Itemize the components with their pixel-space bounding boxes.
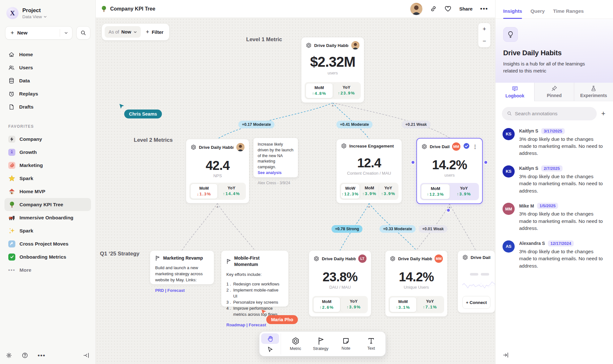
overflow-menu-icon[interactable]: •••: [480, 5, 488, 12]
settings-gear-icon[interactable]: [6, 352, 12, 359]
copy-link-icon[interactable]: [430, 5, 437, 12]
stat-yoy[interactable]: YoY ↑14.4%: [218, 184, 245, 199]
strategy-card-mobile-first-momentum[interactable]: Mobile-First Momentum Key efforts includ…: [221, 250, 289, 307]
project-subtitle[interactable]: Data View: [22, 14, 47, 19]
sidebar-item-replays[interactable]: Replays: [4, 87, 91, 100]
project-switcher[interactable]: X Project Data View: [4, 6, 91, 25]
annotation-item[interactable]: KS Kaitlyn S 3/17/2025 3% drop likely du…: [503, 128, 606, 157]
metric-card-drive-daily-habbits-selected[interactable]: Drive Daily Habb.. MM ⋮ 14.2% users MoM …: [416, 138, 483, 204]
metric-card-drive-daily-habbits-nps[interactable]: Drive Daily Habbits 42.4 NPS MoM ↓1.3% Y…: [186, 139, 249, 203]
annotation-note[interactable]: Increase likely driven by the launch of …: [253, 138, 298, 178]
stat-mom[interactable]: MoM ↑3.9%: [360, 184, 379, 199]
main-area: Company KPI Tree Share •••: [96, 0, 495, 364]
annotation-item[interactable]: KS Kaitlyn S 2/7/2025 3% drop likely due…: [503, 165, 606, 194]
subtab-logbook[interactable]: Logbook: [496, 83, 534, 101]
annotation-search-input[interactable]: [515, 111, 592, 117]
search-button[interactable]: [76, 26, 90, 40]
hand-tool-button[interactable]: [261, 333, 279, 344]
collapse-caret-icon[interactable]: ▲: [367, 205, 371, 208]
favorite-heart-icon[interactable]: [444, 5, 451, 12]
card-title: Increase Engagement: [349, 144, 394, 148]
stat-mom[interactable]: MoM ↑12.3%: [421, 184, 450, 199]
sidebar-item-users[interactable]: Users: [4, 61, 91, 74]
strategy-links[interactable]: PRD | Forecast: [155, 288, 209, 294]
sidebar-item-cross-project-moves[interactable]: Cross Project Moves: [4, 237, 91, 250]
data-icon: [8, 78, 15, 84]
zoom-in-button[interactable]: +: [478, 23, 490, 35]
sidebar-item-growth[interactable]: Growth: [4, 146, 91, 159]
annotation-item[interactable]: MM Mike M 1/5/2025 3% drop likely due to…: [503, 203, 606, 232]
tab-time-ranges[interactable]: Time Ranges: [553, 8, 584, 19]
project-logo-icon: X: [6, 7, 19, 19]
sidebar-item-immersive-onboarding[interactable]: Immersive Onboarding: [4, 211, 91, 224]
stat-mom[interactable]: MoM ↑2.6%: [313, 297, 340, 312]
see-analysis-link[interactable]: See analysis: [258, 170, 294, 176]
selection-handle[interactable]: [412, 161, 414, 164]
annotation-search[interactable]: [502, 107, 597, 120]
metric-card-unique-users[interactable]: Drive Daily Habbits MM 14.2% Unique User…: [385, 250, 448, 317]
selection-handle[interactable]: [447, 209, 450, 212]
kpi-canvas[interactable]: As of Now + Filter + − Level 1 Metric Le…: [96, 18, 495, 364]
sidebar-item-marketing[interactable]: Marketing: [4, 159, 91, 172]
metric-card-dau-mau[interactable]: Drive Daily Habbits LT 23.8% DAU / MAU M…: [309, 250, 371, 317]
tab-insights[interactable]: Insights: [503, 8, 522, 19]
connect-button[interactable]: + Connect: [462, 296, 490, 309]
stat-mom[interactable]: MoM ↓1.3%: [190, 184, 218, 199]
sidebar-item-more[interactable]: ••• More: [4, 263, 91, 277]
collapse-caret-icon[interactable]: ▲: [448, 205, 451, 209]
stat-wow[interactable]: WoW ↑12.3%: [341, 184, 360, 199]
filter-button[interactable]: + Filter: [146, 29, 163, 35]
owner-avatar: MM: [435, 254, 443, 263]
note-tool-button[interactable]: Note: [333, 333, 359, 354]
help-icon[interactable]: [22, 352, 28, 359]
collapse-caret-icon[interactable]: ▲: [216, 205, 219, 208]
stat-mom[interactable]: MoM ↑4.8%: [306, 83, 333, 98]
metric-unit: users: [421, 173, 478, 178]
stat-yoy[interactable]: YoY ↑3.9%: [450, 184, 478, 199]
annotation-item[interactable]: AS Alexandra S 12/17/2024 3% drop likely…: [503, 240, 606, 269]
collapse-panel-icon[interactable]: [503, 352, 509, 360]
metric-card-drive-daily-habbits-l1[interactable]: Drive Daily Habbits $2.32M users MoM ↑4.…: [301, 37, 364, 103]
user-avatar[interactable]: [410, 3, 422, 15]
collaborator-cursor-chris: Chris Seams: [119, 103, 162, 118]
kebab-menu-icon[interactable]: ⋮: [473, 144, 478, 150]
text-tool-button[interactable]: Text: [359, 333, 384, 354]
stat-yoy[interactable]: YoY ↑3.9%: [340, 297, 367, 312]
as-of-dropdown[interactable]: As of Now: [105, 26, 141, 38]
metric-tool-button[interactable]: Metric: [283, 333, 308, 354]
sidebar-item-onboarding-metrics[interactable]: Onboarding Metrics: [4, 250, 91, 263]
add-annotation-button[interactable]: +: [601, 110, 607, 118]
stat-mom[interactable]: MoM ↑3.1%: [390, 297, 417, 312]
sidebar-item-company-kpi-tree[interactable]: Company KPI Tree: [4, 198, 91, 211]
owner-avatar: [351, 41, 359, 49]
sidebar-item-company[interactable]: Company: [4, 133, 91, 146]
subtab-experiments[interactable]: Experiments: [574, 83, 613, 101]
stat-yoy[interactable]: YoY ↑23.9%: [333, 83, 360, 98]
collapse-sidebar-icon[interactable]: [83, 352, 90, 359]
sidebar-item-data[interactable]: Data: [4, 74, 91, 87]
stat-yoy[interactable]: YoY ↑3.9%: [379, 184, 397, 199]
sidebar-item-home[interactable]: Home: [4, 48, 91, 61]
chevron-down-icon: [133, 30, 137, 34]
share-button[interactable]: Share: [459, 6, 473, 11]
sidebar-item-spark[interactable]: Spark: [4, 172, 91, 185]
zoom-out-button[interactable]: −: [478, 35, 490, 47]
stat-yoy[interactable]: YoY ↑7.1%: [417, 297, 443, 312]
subtab-pinned[interactable]: Pinned: [534, 83, 574, 101]
selection-handle[interactable]: [484, 161, 487, 164]
flag-icon: [226, 259, 231, 264]
new-button[interactable]: + New: [5, 26, 72, 40]
select-tool-button[interactable]: [261, 344, 279, 354]
sidebar-item-drafts[interactable]: Drafts: [4, 100, 91, 113]
collapse-caret-icon[interactable]: ▲: [331, 103, 334, 107]
metric-card-ghost[interactable]: Drive Daily Hab + Connect: [458, 250, 495, 313]
strategy-card-marketing-revamp[interactable]: Marketing Revamp Build and launch a new …: [150, 250, 214, 284]
new-dropdown-chevron[interactable]: [60, 29, 72, 37]
metric-card-increase-engagement[interactable]: Increase Engagement 12.4 Content Creatio…: [336, 139, 402, 203]
tab-query[interactable]: Query: [530, 8, 545, 19]
sidebar-item-spark-2[interactable]: Spark: [4, 224, 91, 237]
more-options-icon[interactable]: •••: [38, 352, 46, 359]
annotation-date: 2/7/2025: [541, 165, 563, 171]
strategy-tool-button[interactable]: Strategy: [308, 333, 333, 354]
sidebar-item-home-mvp[interactable]: Home MVP: [4, 185, 91, 198]
